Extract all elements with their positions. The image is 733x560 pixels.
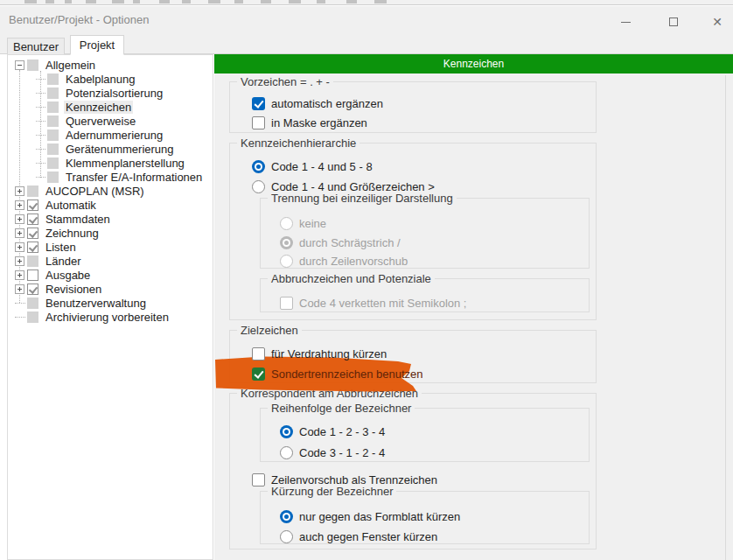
tree-item-ausgabe[interactable]: Ausgabe xyxy=(15,268,92,282)
tree-item-label: Allgemein xyxy=(44,59,97,72)
checkbox-disabled-icon xyxy=(280,297,293,310)
group-title: Abbruchzeichen und Potenziale xyxy=(268,272,435,285)
tree-item-archivierung[interactable]: Archivierung vorbereiten xyxy=(15,310,171,324)
tree-stub xyxy=(36,107,45,108)
panel-edge-line xyxy=(725,75,726,560)
page-icon xyxy=(47,158,59,169)
tree-item-label: Adernummerierung xyxy=(64,129,164,142)
radio-selected-icon xyxy=(280,425,293,438)
tree-item-label: Listen xyxy=(44,241,78,254)
panel-header: Kennzeichen xyxy=(214,54,733,74)
folder-icon xyxy=(27,256,38,267)
tree-item-allgemein[interactable]: Allgemein xyxy=(15,58,97,72)
tree-stub xyxy=(36,79,45,80)
radio-formblatt-kuerzen[interactable]: nur gegen das Formblatt kürzen xyxy=(280,508,460,524)
tree-stub xyxy=(36,93,45,94)
tree-item-zeichnung[interactable]: Zeichnung xyxy=(15,226,101,240)
tree-stub xyxy=(36,149,45,150)
checked-checkbox-icon[interactable] xyxy=(27,242,38,253)
tab-projekt[interactable]: Projekt xyxy=(70,35,124,55)
background-toolbar-remnant xyxy=(0,0,733,5)
page-icon xyxy=(47,130,59,141)
page-icon xyxy=(47,172,59,183)
checked-checkbox-icon[interactable] xyxy=(27,214,38,225)
expand-icon[interactable] xyxy=(15,256,24,266)
tree-item-listen[interactable]: Listen xyxy=(15,240,78,254)
tree-item-label: Potenzialsortierung xyxy=(64,87,164,100)
radio-fenster-kuerzen[interactable]: auch gegen Fenster kürzen xyxy=(280,528,437,544)
collapse-icon[interactable] xyxy=(15,60,24,70)
radio-unselected-icon xyxy=(252,180,265,193)
radio-selected-icon xyxy=(252,160,265,173)
tree-item-querverweise[interactable]: Querverweise xyxy=(36,114,137,128)
tree-stub xyxy=(36,121,45,122)
folder-icon xyxy=(27,186,38,197)
options-dialog: Benutzer/Projekt - Optionen ✕ Benutzer P… xyxy=(0,0,733,560)
tree-item-kabelplanung[interactable]: Kabelplanung xyxy=(36,72,137,86)
radio-disabled-icon xyxy=(280,255,293,268)
close-button[interactable]: ✕ xyxy=(702,11,732,32)
tree-item-adernummerierung[interactable]: Adernummerierung xyxy=(36,128,164,142)
radio-code-1-4-groesserzeichen[interactable]: Code 1 - 4 und Größerzeichen > xyxy=(252,178,435,194)
tree-item-label: AUCOPLAN (MSR) xyxy=(44,185,146,198)
tab-content: Allgemein Kabelplanung Potenzialsortieru… xyxy=(0,54,733,560)
tree-item-label: Archivierung vorbereiten xyxy=(44,311,171,324)
radio-code-1-2-3-4[interactable]: Code 1 - 2 - 3 - 4 xyxy=(280,424,385,439)
minimize-button[interactable] xyxy=(611,11,640,32)
tab-strip: Benutzer Projekt xyxy=(0,35,733,54)
tree-stub xyxy=(36,177,45,178)
checkbox-zeilenvorschub-als-trennzeichen[interactable]: Zeilenvorschub als Trennzeichen xyxy=(252,472,437,487)
tree-item-stammdaten[interactable]: Stammdaten xyxy=(15,212,112,226)
tree-item-revisionen[interactable]: Revisionen xyxy=(15,282,103,296)
expand-icon[interactable] xyxy=(15,214,24,224)
radio-label: durch Zeilenvorschub xyxy=(299,255,408,268)
tree-item-benutzerverwaltung[interactable]: Benutzerverwaltung xyxy=(15,296,148,310)
checked-checkbox-icon[interactable] xyxy=(27,284,38,295)
unchecked-checkbox-icon[interactable] xyxy=(27,270,38,281)
expand-icon[interactable] xyxy=(15,270,24,280)
tab-benutzer[interactable]: Benutzer xyxy=(7,38,65,54)
page-icon xyxy=(27,312,38,323)
checked-checkbox-icon xyxy=(252,368,265,381)
radio-code-1-4-und-5-8[interactable]: Code 1 - 4 und 5 - 8 xyxy=(252,158,373,174)
group-title: Kennzeichenhierarchie xyxy=(237,136,360,150)
radio-label: nur gegen das Formblatt kürzen xyxy=(299,510,460,523)
tree-item-label: Gerätenummerierung xyxy=(64,143,176,156)
group-title: Vorzeichen = . + - xyxy=(237,75,333,88)
tab-benutzer-label: Benutzer xyxy=(13,40,59,53)
maximize-icon xyxy=(669,18,678,26)
expand-icon[interactable] xyxy=(15,186,24,196)
expand-icon[interactable] xyxy=(15,200,24,210)
tree-stub xyxy=(15,317,25,318)
tree-item-label: Querverweise xyxy=(64,115,137,128)
radio-disabled-icon xyxy=(280,217,293,230)
expand-icon[interactable] xyxy=(15,228,24,238)
checkbox-sondertrennzeichen-benutzen[interactable]: Sondertrennzeichen benutzen xyxy=(252,366,422,382)
tree-item-transfer-ea[interactable]: Transfer E/A-Informationen xyxy=(36,170,204,184)
tree-item-aucoplan[interactable]: AUCOPLAN (MSR) xyxy=(15,184,146,198)
checkbox-automatisch-ergaenzen[interactable]: automatisch ergänzen xyxy=(252,95,383,111)
checked-checkbox-icon[interactable] xyxy=(27,228,38,239)
checkbox-in-maske-ergaenzen[interactable]: in Maske ergänzen xyxy=(252,115,367,130)
checked-checkbox-icon[interactable] xyxy=(27,200,38,211)
tree-item-label: Transfer E/A-Informationen xyxy=(64,171,204,184)
tree-item-laender[interactable]: Länder xyxy=(15,254,82,268)
tree-item-kennzeichen[interactable]: Kennzeichen xyxy=(36,100,133,114)
tree-item-automatik[interactable]: Automatik xyxy=(15,198,98,212)
group-title: Korrespondent am Abbruchzeichen xyxy=(237,387,422,400)
unchecked-checkbox-icon xyxy=(252,473,265,486)
radio-code-3-1-2-4[interactable]: Code 3 - 1 - 2 - 4 xyxy=(280,444,385,460)
tree-item-klemmenplanerstellung[interactable]: Klemmenplanerstellung xyxy=(36,156,186,170)
checkbox-label: automatisch ergänzen xyxy=(271,97,383,110)
checkbox-fuer-verdrahtung-kuerzen[interactable]: für Verdrahtung kürzen xyxy=(252,346,387,361)
radio-label: auch gegen Fenster kürzen xyxy=(299,530,437,543)
tree-item-potenzialsortierung[interactable]: Potenzialsortierung xyxy=(36,86,164,100)
expand-icon[interactable] xyxy=(15,242,24,252)
maximize-button[interactable] xyxy=(659,11,688,32)
tree-item-geraetenummerierung[interactable]: Gerätenummerierung xyxy=(36,142,176,156)
radio-durch-schraegstrich: durch Schrägstrich / xyxy=(280,234,401,250)
page-icon xyxy=(47,102,59,113)
expand-icon[interactable] xyxy=(15,284,24,294)
unchecked-checkbox-icon xyxy=(252,347,265,360)
tree-item-label: Ausgabe xyxy=(44,269,92,282)
